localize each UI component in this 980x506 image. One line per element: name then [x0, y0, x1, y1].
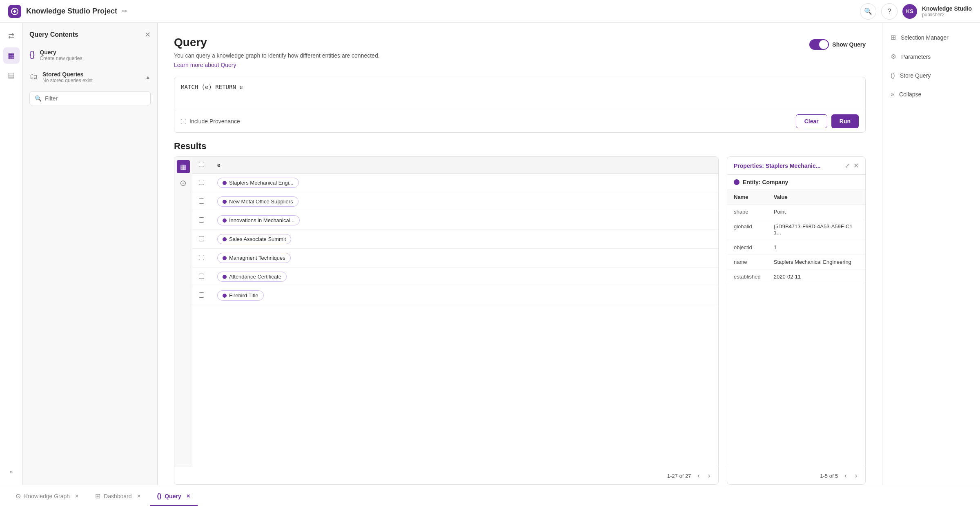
- properties-panel: Properties: Staplers Mechanic... ⤢ ✕ Ent…: [727, 156, 866, 485]
- props-prev-button[interactable]: ‹: [843, 471, 848, 480]
- results-pagination-info: 1-27 of 27: [667, 473, 691, 479]
- entity-chip[interactable]: Staplers Mechanical Engi...: [217, 178, 299, 188]
- table-view-button[interactable]: ▦: [177, 160, 190, 173]
- right-menu-item-store-query[interactable]: ()Store Query: [882, 66, 980, 85]
- left-panel: Query Contents ✕ {} Query Create new que…: [23, 23, 158, 485]
- entity-chip-label: Innovations in Mechanical...: [229, 217, 294, 223]
- props-expand-icon[interactable]: ⤢: [845, 162, 850, 169]
- right-menu: ⊞Selection Manager⚙Parameters()Store Que…: [882, 23, 980, 485]
- show-query-toggle[interactable]: Show Query: [809, 39, 866, 50]
- icon-bar-collapse[interactable]: »: [3, 464, 20, 480]
- entity-dot: [223, 256, 227, 260]
- left-panel-close-icon[interactable]: ✕: [145, 30, 151, 39]
- provenance-checkbox[interactable]: Include Provenance: [181, 118, 240, 125]
- entity-chip[interactable]: Managment Techniques: [217, 253, 291, 263]
- props-close-icon[interactable]: ✕: [853, 162, 859, 169]
- query-tab-label: Query: [165, 493, 181, 499]
- stored-queries-item: 🗂 Stored Queries No stored queries exist…: [29, 66, 151, 88]
- collapse-label: Collapse: [899, 91, 921, 98]
- row-checkbox[interactable]: [199, 292, 204, 298]
- query-description: You can query a knowledge graph to ident…: [174, 52, 380, 59]
- row-checkbox[interactable]: [199, 255, 204, 260]
- graph-view-button[interactable]: ⊙: [177, 176, 190, 189]
- prop-name: name: [727, 255, 767, 270]
- entity-dot: [223, 294, 227, 298]
- topbar: Knowledge Studio Project ✏ 🔍 ? KS Knowle…: [0, 0, 980, 23]
- query-learn-link[interactable]: Learn more about Query: [174, 62, 236, 68]
- entity-chip[interactable]: Sales Associate Summit: [217, 234, 291, 244]
- entity-chip-label: Staplers Mechanical Engi...: [229, 180, 294, 186]
- next-page-button[interactable]: ›: [706, 471, 712, 480]
- edit-icon[interactable]: ✏: [122, 7, 127, 15]
- help-button[interactable]: ?: [881, 3, 898, 20]
- tab-query[interactable]: ()Query✕: [150, 487, 198, 506]
- filter-icon: 🔍: [35, 95, 42, 102]
- prop-value: 1: [767, 240, 865, 255]
- entity-dot: [223, 181, 227, 185]
- prev-page-button[interactable]: ‹: [696, 471, 701, 480]
- props-title: Properties: Staplers Mechanic...: [734, 163, 820, 169]
- entity-chip-label: New Metal Office Suppliers: [229, 198, 293, 205]
- store-query-label: Store Query: [900, 72, 931, 79]
- query-item-label: Query: [40, 49, 82, 56]
- clear-button[interactable]: Clear: [796, 114, 827, 128]
- prop-value: Point: [767, 205, 865, 219]
- entity-chip[interactable]: Innovations in Mechanical...: [217, 215, 300, 225]
- tab-dashboard[interactable]: ⊞Dashboard✕: [88, 487, 148, 506]
- icon-bar-layers[interactable]: ▦: [3, 47, 20, 64]
- parameters-label: Parameters: [901, 53, 931, 60]
- row-checkbox[interactable]: [199, 274, 204, 279]
- search-button[interactable]: 🔍: [860, 3, 876, 20]
- select-all-checkbox[interactable]: [199, 162, 204, 167]
- right-menu-item-collapse[interactable]: »Collapse: [882, 85, 980, 104]
- entity-chip-label: Managment Techniques: [229, 255, 285, 261]
- run-button[interactable]: Run: [831, 114, 859, 128]
- prop-value: 2020-02-11: [767, 270, 865, 284]
- entity-value: Company: [762, 179, 788, 185]
- row-checkbox[interactable]: [199, 180, 204, 185]
- knowledge-graph-tab-close[interactable]: ✕: [75, 493, 79, 499]
- tab-knowledge-graph[interactable]: ⊙Knowledge Graph✕: [8, 487, 86, 506]
- entity-chip-label: Firebird Title: [229, 292, 258, 299]
- entity-chip[interactable]: New Metal Office Suppliers: [217, 196, 298, 207]
- query-editor-text[interactable]: MATCH (e) RETURN e: [174, 77, 865, 110]
- selection-manager-label: Selection Manager: [901, 34, 949, 41]
- entity-dot: [223, 218, 227, 223]
- prop-name: established: [727, 270, 767, 284]
- props-row: nameStaplers Mechanical Engineering: [727, 255, 865, 270]
- icon-bar-users[interactable]: ⇄: [3, 28, 20, 44]
- entity-circle: [734, 179, 739, 185]
- app-logo: [8, 5, 21, 18]
- entity-chip[interactable]: Firebird Title: [217, 290, 264, 301]
- query-tab-close[interactable]: ✕: [186, 493, 190, 499]
- row-checkbox[interactable]: [199, 236, 204, 241]
- main-content: Query You can query a knowledge graph to…: [158, 23, 882, 485]
- knowledge-graph-tab-icon: ⊙: [16, 492, 21, 500]
- results-title: Results: [174, 141, 866, 152]
- table-row: Sales Associate Summit: [192, 230, 718, 249]
- prop-value: {5D9B4713-F98D-4A53-A59F-C11...: [767, 219, 865, 240]
- query-item-icon: {}: [29, 50, 35, 59]
- avatar: KS: [902, 4, 917, 19]
- query-item-sub: Create new queries: [40, 56, 82, 61]
- right-menu-item-parameters[interactable]: ⚙Parameters: [882, 47, 980, 66]
- query-item[interactable]: {} Query Create new queries: [29, 44, 151, 66]
- dashboard-tab-close[interactable]: ✕: [137, 493, 141, 499]
- show-query-label: Show Query: [832, 41, 866, 48]
- filter-input[interactable]: [45, 95, 145, 102]
- props-row: shapePoint: [727, 205, 865, 219]
- right-menu-item-selection-manager[interactable]: ⊞Selection Manager: [882, 28, 980, 47]
- entity-dot: [223, 237, 227, 241]
- prop-name: globalid: [727, 219, 767, 240]
- entity-chip[interactable]: Attendance Certificate: [217, 272, 287, 282]
- dashboard-tab-icon: ⊞: [95, 492, 100, 500]
- row-checkbox[interactable]: [199, 217, 204, 223]
- icon-bar-grid[interactable]: ▤: [3, 67, 20, 83]
- row-checkbox[interactable]: [199, 198, 204, 204]
- user-name: Knowledge Studio: [922, 5, 972, 12]
- table-row: Firebird Title: [192, 286, 718, 305]
- entity-dot: [223, 200, 227, 204]
- stored-queries-chevron[interactable]: ▲: [145, 74, 151, 80]
- provenance-label: Include Provenance: [189, 118, 240, 125]
- props-next-button[interactable]: ›: [853, 471, 859, 480]
